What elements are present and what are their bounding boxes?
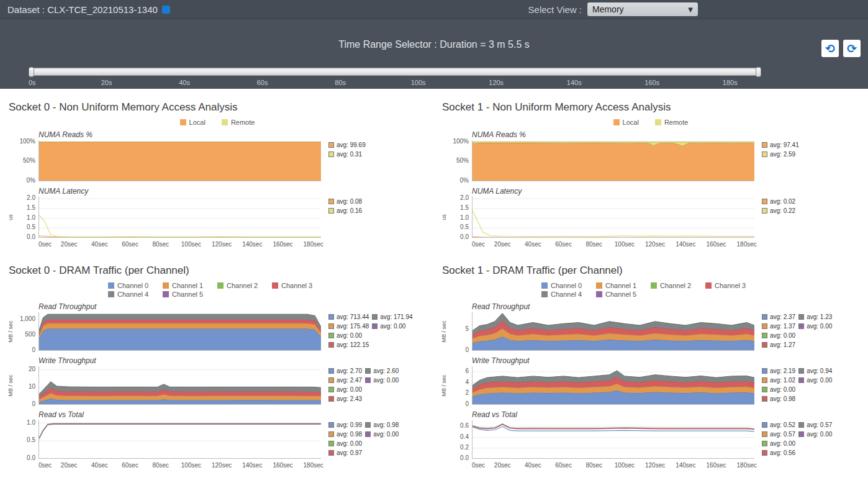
chart-canvas [472, 197, 754, 238]
avg-swatch [798, 377, 804, 383]
chart-plot[interactable] [472, 366, 754, 405]
legend-swatch [596, 282, 602, 289]
avg-swatch [328, 450, 334, 456]
avg-value: avg: 0.56 [770, 449, 795, 456]
time-range-slider[interactable] [29, 68, 761, 76]
avg-value: avg: 2.59 [770, 151, 795, 158]
x-axis-ticks: 0sec20sec40sec60sec80sec100sec120sec140s… [38, 241, 321, 249]
avg-legend-item: avg: 0.00 [328, 439, 362, 448]
panel-title: Socket 0 - DRAM Traffic (per Channel) [9, 264, 428, 277]
chart-plot[interactable] [38, 312, 321, 351]
slider-track[interactable] [29, 68, 761, 76]
avg-legend-item: avg: 0.02 [762, 197, 795, 206]
legend-item: Channel 1 [596, 282, 651, 289]
x-tick-label: 20sec [61, 462, 78, 469]
avg-legend-item: avg: 0.00 [762, 331, 795, 340]
chart-plot[interactable] [38, 140, 321, 181]
avg-swatch [328, 199, 334, 204]
avg-legend-item: avg: 2.19 [762, 366, 795, 376]
y-axis-ticks: 0246 [448, 366, 472, 405]
avg-swatch [328, 342, 334, 348]
avg-value: avg: 1.37 [770, 323, 795, 330]
time-ticks: 0s20s40s60s80s100s120s140s160s180s [29, 79, 761, 88]
view-select-dropdown[interactable]: Memory ▼ [587, 2, 698, 16]
avg-value: avg: 1.23 [807, 313, 832, 320]
legend-item: Channel 5 [596, 291, 651, 298]
x-tick-label: 40sec [525, 241, 541, 248]
x-tick-label: 180sec [737, 241, 757, 248]
y-tick-label: 50% [456, 158, 469, 164]
panel-title: Socket 1 - Non Uniform Memory Access Ana… [442, 101, 862, 114]
avg-legend-item: avg: 0.00 [798, 322, 832, 331]
avg-legend-item: avg: 0.00 [365, 430, 399, 439]
avg-legend-item: avg: 122.15 [328, 340, 369, 349]
time-tick-label: 140s [567, 79, 582, 86]
avg-legend-item: avg: 1.37 [762, 322, 795, 331]
avg-swatch [328, 333, 334, 338]
time-tick-label: 120s [489, 79, 504, 86]
y-tick-label: 5 [465, 326, 469, 332]
x-tick-label: 160sec [706, 462, 726, 469]
y-tick-label: 0.6 [460, 423, 469, 429]
legend-swatch [272, 282, 278, 289]
slider-handle-right[interactable] [756, 67, 761, 77]
x-tick-label: 140sec [676, 462, 695, 469]
avg-value: avg: 175.48 [337, 323, 369, 330]
avg-legend-item: avg: 1.23 [798, 312, 832, 322]
legend-label: Channel 5 [172, 291, 203, 298]
series-area [472, 143, 754, 181]
avg-swatch [798, 368, 804, 374]
y-tick-label: 1.5 [27, 205, 35, 211]
dataset-label-group: Dataset : CLX-TCE_20210513-1340 [7, 4, 170, 15]
avg-swatch [328, 151, 334, 157]
chart-plot[interactable] [472, 420, 754, 459]
chart-canvas [38, 420, 321, 459]
x-tick-label: 80sec [152, 241, 169, 248]
select-view-label: Select View : [528, 4, 582, 15]
avg-legend-item: avg: 2.70 [328, 366, 362, 376]
legend-swatch [180, 119, 186, 125]
x-tick-label: 100sec [615, 241, 635, 248]
chart-title: NUMA Latency [38, 187, 428, 196]
zoom-undo-button[interactable]: ⟲ [821, 40, 839, 57]
chart-plot[interactable] [38, 197, 321, 238]
chart-plot[interactable] [472, 312, 754, 351]
legend-swatch [108, 291, 114, 297]
time-tick-label: 160s [644, 79, 659, 86]
y-axis-ticks: 0%50%100% [448, 140, 472, 181]
avg-swatch [365, 431, 371, 437]
zoom-redo-button[interactable]: ⟳ [843, 40, 861, 57]
x-tick-label: 120sec [212, 241, 232, 248]
avg-value: avg: 0.00 [380, 323, 405, 330]
avg-legend: avg: 0.99avg: 0.98avg: 0.00avg: 0.97avg:… [328, 420, 399, 460]
avg-swatch [328, 323, 334, 329]
y-tick-label: 6 [465, 368, 469, 374]
avg-legend-item: avg: 0.57 [798, 420, 832, 430]
avg-value: avg: 97.41 [770, 142, 799, 148]
x-tick-label: 160sec [273, 462, 292, 469]
legend-label: Channel 5 [605, 291, 636, 298]
avg-legend-item: avg: 0.98 [328, 430, 362, 439]
chart-plot[interactable] [472, 140, 754, 181]
legend-item: Remote [655, 119, 689, 126]
dataset-edit-icon[interactable] [162, 6, 170, 14]
avg-legend: avg: 0.08avg: 0.16 [328, 197, 362, 239]
y-axis-label: MB / sec [6, 366, 15, 405]
chevron-down-icon: ▼ [688, 6, 693, 13]
chart-plot[interactable] [38, 366, 321, 405]
avg-legend-item: avg: 0.00 [328, 385, 362, 394]
chart-canvas [472, 420, 754, 459]
avg-swatch [365, 368, 371, 374]
chart-plot[interactable] [472, 197, 754, 238]
y-axis-ticks: 0.00.51.01.52.0 [448, 197, 472, 238]
avg-swatch [762, 151, 767, 157]
x-tick-label: 80sec [585, 462, 602, 469]
avg-swatch [762, 199, 767, 204]
chart-row: MB / sec0246avg: 2.19avg: 1.02avg: 0.00a… [440, 366, 862, 406]
chart-plot[interactable] [38, 420, 321, 459]
panels-grid: Socket 0 - Non Uniform Memory Access Ana… [0, 89, 868, 474]
chart-panel: Socket 1 - DRAM Traffic (per Channel)Cha… [440, 262, 862, 474]
avg-value: avg: 2.47 [337, 377, 362, 384]
avg-value: avg: 0.97 [337, 449, 362, 456]
slider-handle-left[interactable] [29, 67, 34, 77]
